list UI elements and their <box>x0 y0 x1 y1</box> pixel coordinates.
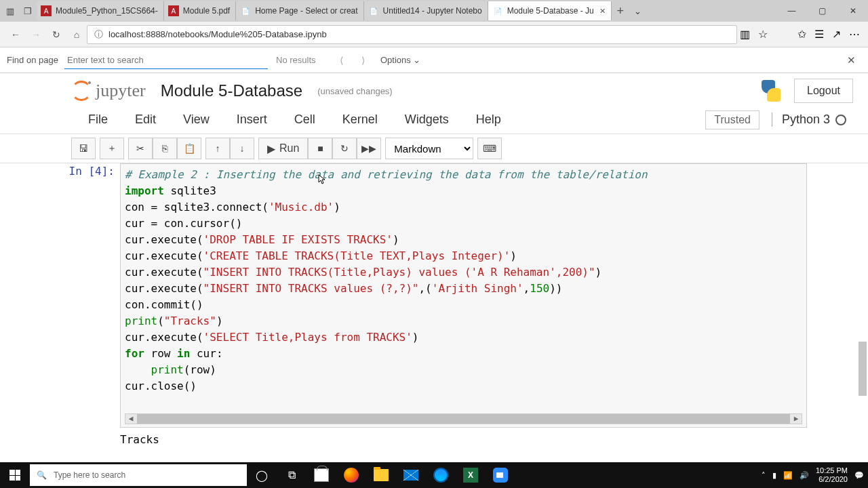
logout-button[interactable]: Logout <box>794 79 853 103</box>
close-window-button[interactable]: ✕ <box>837 0 868 22</box>
close-icon[interactable]: ✕ <box>599 7 606 16</box>
cell-output: Tracks <box>62 428 807 446</box>
jupyter-logo[interactable]: jupyter <box>71 81 146 101</box>
tab-module5-database[interactable]: 📄Module 5-Database - Ju✕ <box>488 1 612 20</box>
save-button[interactable]: 🖫 <box>71 138 96 159</box>
menu-file[interactable]: File <box>75 108 121 131</box>
menu-edit[interactable]: Edit <box>121 108 170 131</box>
notebook-title[interactable]: Module 5-Database <box>161 81 302 100</box>
explorer-icon[interactable] <box>366 462 396 488</box>
more-icon[interactable]: ⋯ <box>849 28 860 41</box>
interrupt-button[interactable]: ■ <box>308 138 332 159</box>
notifications-icon[interactable]: 💬 <box>854 471 864 480</box>
favorite-icon[interactable]: ☆ <box>758 28 768 41</box>
tab-module5-python[interactable]: AModule5_Python_15CS664- <box>37 1 164 20</box>
menu-insert[interactable]: Insert <box>223 108 281 131</box>
excel-icon[interactable]: X <box>456 462 486 488</box>
minimize-button[interactable]: — <box>776 0 807 22</box>
find-next-button[interactable]: ⟩ <box>352 55 374 66</box>
menu-cell[interactable]: Cell <box>281 108 329 131</box>
share-icon[interactable]: ↗ <box>832 28 841 41</box>
kernel-indicator[interactable]: Python 3 <box>772 113 856 127</box>
code-input[interactable]: # Example 2 : Inserting the data and ret… <box>120 163 807 428</box>
taskview-icon[interactable]: ⧉ <box>277 462 307 488</box>
kernel-idle-icon <box>835 115 846 125</box>
find-prev-button[interactable]: ⟨ <box>330 55 352 66</box>
start-button[interactable] <box>0 462 30 488</box>
taskbar-search[interactable]: 🔍Type here to search <box>30 464 247 486</box>
jupyter-menubar: File Edit View Insert Cell Kernel Widget… <box>0 106 868 134</box>
find-close-button[interactable]: ✕ <box>841 54 861 66</box>
wifi-icon[interactable]: 📶 <box>783 471 793 480</box>
refresh-button[interactable]: ↻ <box>46 24 66 45</box>
tab-module5-pdf[interactable]: AModule 5.pdf <box>164 1 236 20</box>
search-icon: 🔍 <box>37 470 47 480</box>
store-icon[interactable] <box>307 462 336 488</box>
add-cell-button[interactable]: ＋ <box>100 138 124 159</box>
page-scrollbar[interactable] <box>859 172 867 464</box>
tab-actions-icon-2[interactable]: ❐ <box>19 6 37 16</box>
jupyter-swirl-icon <box>71 81 92 101</box>
clock[interactable]: 10:25 PM6/2/2020 <box>816 466 848 484</box>
run-button[interactable]: ▶ Run <box>258 138 308 159</box>
edge-icon[interactable] <box>426 462 456 488</box>
trusted-indicator[interactable]: Trusted <box>705 110 760 129</box>
tab-homepage[interactable]: 📄Home Page - Select or creat <box>236 1 363 20</box>
notebook-area: In [4]: # Example 2 : Inserting the data… <box>0 163 868 446</box>
maximize-button[interactable]: ▢ <box>807 0 837 22</box>
paste-button[interactable]: 📋 <box>177 138 201 159</box>
tab-dropdown-icon[interactable]: ⌄ <box>629 6 647 16</box>
cut-button[interactable]: ✂ <box>128 138 153 159</box>
jupyter-header: jupyter Module 5-Database (unsaved chang… <box>0 73 868 106</box>
menu-widgets[interactable]: Widgets <box>391 108 462 131</box>
restart-button[interactable]: ↻ <box>332 138 357 159</box>
command-palette-button[interactable]: ⌨ <box>477 138 502 159</box>
menu-view[interactable]: View <box>170 108 223 131</box>
info-icon: ⓘ <box>94 28 103 41</box>
find-label: Find on page <box>7 55 64 65</box>
scroll-left-icon[interactable]: ◀ <box>125 411 136 427</box>
save-status: (unsaved changes) <box>317 86 393 96</box>
copy-button[interactable]: ⎘ <box>153 138 177 159</box>
reading-view-icon[interactable]: ▥ <box>740 28 750 41</box>
jupyter-icon: 📄 <box>368 5 379 16</box>
restart-run-all-button[interactable]: ▶▶ <box>357 138 381 159</box>
battery-icon[interactable]: ▮ <box>772 471 776 480</box>
find-options-button[interactable]: Options ⌄ <box>380 55 420 65</box>
pdf-icon: A <box>41 5 52 16</box>
tray-chevron-icon[interactable]: ˄ <box>762 471 766 480</box>
move-down-button[interactable]: ↓ <box>230 138 254 159</box>
code-cell[interactable]: In [4]: # Example 2 : Inserting the data… <box>62 163 807 428</box>
menu-kernel[interactable]: Kernel <box>329 108 391 131</box>
menu-help[interactable]: Help <box>462 108 515 131</box>
scroll-right-icon[interactable]: ▶ <box>791 411 802 427</box>
cell-input-prompt: In [4]: <box>62 163 120 428</box>
favorites-hub-icon[interactable]: ✩ <box>797 28 806 41</box>
find-input[interactable] <box>64 52 268 69</box>
home-button[interactable]: ⌂ <box>66 24 87 45</box>
horizontal-scrollbar[interactable]: ◀▶ <box>125 413 802 424</box>
jupyter-icon: 📄 <box>492 5 503 16</box>
forward-button[interactable]: → <box>26 24 46 45</box>
jupyter-toolbar: 🖫 ＋ ✂ ⎘ 📋 ↑ ↓ ▶ Run ■ ↻ ▶▶ Markdown ⌨ <box>0 134 868 163</box>
volume-icon[interactable]: 🔊 <box>800 471 809 480</box>
tab-actions-icon[interactable]: ▥ <box>1 6 19 16</box>
move-up-button[interactable]: ↑ <box>205 138 230 159</box>
browser-urlbar: ← → ↻ ⌂ ⓘlocalhost:8888/notebooks/Module… <box>0 22 868 47</box>
newtab-button[interactable]: + <box>612 4 629 18</box>
jupyter-icon: 📄 <box>240 5 251 16</box>
browser-tabstrip: ▥ ❐ AModule5_Python_15CS664- AModule 5.p… <box>0 0 868 22</box>
system-tray[interactable]: ˄ ▮ 📶 🔊 10:25 PM6/2/2020 💬 <box>762 466 868 484</box>
pdf-icon: A <box>168 5 179 16</box>
firefox-icon[interactable] <box>336 462 366 488</box>
back-button[interactable]: ← <box>5 24 26 45</box>
find-results-count: No results <box>276 55 330 65</box>
reading-list-icon[interactable]: ☰ <box>814 28 824 41</box>
mail-icon[interactable] <box>396 462 426 488</box>
address-bar[interactable]: ⓘlocalhost:8888/notebooks/Module%205-Dat… <box>87 25 737 44</box>
cortana-icon[interactable]: ◯ <box>247 462 277 488</box>
zoom-icon[interactable] <box>486 462 515 488</box>
celltype-select[interactable]: Markdown <box>385 138 473 159</box>
tab-untitled14[interactable]: 📄Untitled14 - Jupyter Notebo <box>364 1 488 20</box>
python-logo-icon <box>757 77 785 104</box>
